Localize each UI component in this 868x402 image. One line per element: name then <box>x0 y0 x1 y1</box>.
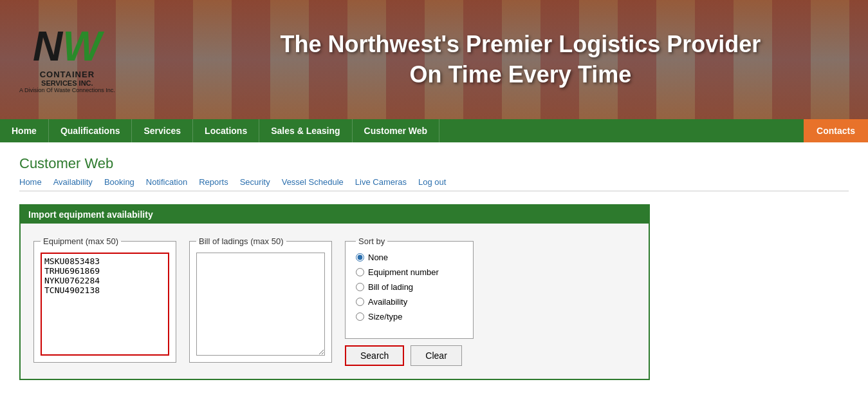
main-panel: Import equipment availability Equipment … <box>19 204 650 380</box>
page-content: Customer Web Home Availability Booking N… <box>0 142 868 393</box>
nav-locations[interactable]: Locations <box>193 119 259 142</box>
main-nav: Home Qualifications Services Locations S… <box>0 119 868 142</box>
clear-button[interactable]: Clear <box>411 345 461 366</box>
logo-n-letter: N <box>33 23 62 70</box>
search-button[interactable]: Search <box>345 345 404 366</box>
sort-availability-text: Availability <box>368 297 407 307</box>
sort-radio-group: None Equipment number Bill of lading <box>356 253 463 321</box>
bol-legend: Bill of ladings (max 50) <box>196 236 286 246</box>
logo-line1: CONTAINER <box>19 70 115 79</box>
sub-nav-logout[interactable]: Log out <box>418 177 446 187</box>
sort-equipment-label[interactable]: Equipment number <box>356 267 463 277</box>
sort-availability-label[interactable]: Availability <box>356 297 463 307</box>
sub-nav-reports[interactable]: Reports <box>199 177 228 187</box>
sub-nav-live-cameras[interactable]: Live Cameras <box>355 177 407 187</box>
sub-nav-security[interactable]: Security <box>240 177 270 187</box>
panel-header: Import equipment availability <box>21 206 649 224</box>
sortby-legend: Sort by <box>356 236 387 246</box>
sort-none-label[interactable]: None <box>356 253 463 262</box>
sort-bol-radio[interactable] <box>356 283 364 291</box>
equipment-fieldset: Equipment (max 50) MSKU0853483 TRHU69618… <box>33 236 176 363</box>
sort-availability-radio[interactable] <box>356 298 364 306</box>
banner-tagline: The Northwest's Premier Logistics Provid… <box>134 30 868 90</box>
logo-nw: NW <box>33 26 102 67</box>
sub-nav-booking[interactable]: Booking <box>104 177 134 187</box>
tagline: The Northwest's Premier Logistics Provid… <box>173 30 868 90</box>
bol-textarea[interactable] <box>196 253 325 356</box>
sort-bol-label[interactable]: Bill of lading <box>356 282 463 292</box>
sortby-and-buttons: Sort by None Equipment number Bill of <box>345 236 474 366</box>
bol-fieldset: Bill of ladings (max 50) <box>189 236 332 363</box>
sort-equipment-text: Equipment number <box>368 267 439 277</box>
nav-services[interactable]: Services <box>132 119 193 142</box>
panel-body: Equipment (max 50) MSKU0853483 TRHU69618… <box>21 224 649 379</box>
nav-spacer <box>439 119 804 142</box>
sort-sizetype-label[interactable]: Size/type <box>356 312 463 321</box>
sort-bol-text: Bill of lading <box>368 282 413 292</box>
nav-home[interactable]: Home <box>0 119 49 142</box>
logo-line2: SERVICES INC. <box>19 79 115 87</box>
sort-sizetype-radio[interactable] <box>356 312 364 321</box>
logo-area: NW CONTAINER SERVICES INC. A Division Of… <box>0 13 134 106</box>
sub-nav-availability[interactable]: Availability <box>53 177 93 187</box>
sub-nav-home[interactable]: Home <box>19 177 42 187</box>
logo-company: CONTAINER SERVICES INC. A Division Of Wa… <box>19 70 115 93</box>
nav-sales-leasing[interactable]: Sales & Leasing <box>259 119 352 142</box>
sort-sizetype-text: Size/type <box>368 312 402 321</box>
logo-w-letter: W <box>62 23 101 70</box>
nav-customer-web[interactable]: Customer Web <box>353 119 440 142</box>
sub-nav: Home Availability Booking Notification R… <box>19 177 849 191</box>
logo-line3: A Division Of Waste Connections Inc. <box>19 87 115 93</box>
banner: NW CONTAINER SERVICES INC. A Division Of… <box>0 0 868 119</box>
sort-none-text: None <box>368 253 388 262</box>
tagline-line1: The Northwest's Premier Logistics Provid… <box>280 31 761 57</box>
page-title: Customer Web <box>19 155 849 172</box>
equipment-textarea[interactable]: MSKU0853483 TRHU6961869 NYKU0762284 TCNU… <box>41 253 169 356</box>
sortby-fieldset: Sort by None Equipment number Bill of <box>345 236 474 339</box>
action-buttons: Search Clear <box>345 345 474 366</box>
sort-none-radio[interactable] <box>356 253 364 262</box>
sort-equipment-radio[interactable] <box>356 268 364 276</box>
sub-nav-notification[interactable]: Notification <box>146 177 187 187</box>
contacts-button[interactable]: Contacts <box>804 119 868 142</box>
sub-nav-vessel-schedule[interactable]: Vessel Schedule <box>282 177 344 187</box>
equipment-legend: Equipment (max 50) <box>41 236 121 246</box>
nav-qualifications[interactable]: Qualifications <box>49 119 133 142</box>
tagline-line2: On Time Every Time <box>409 61 631 88</box>
